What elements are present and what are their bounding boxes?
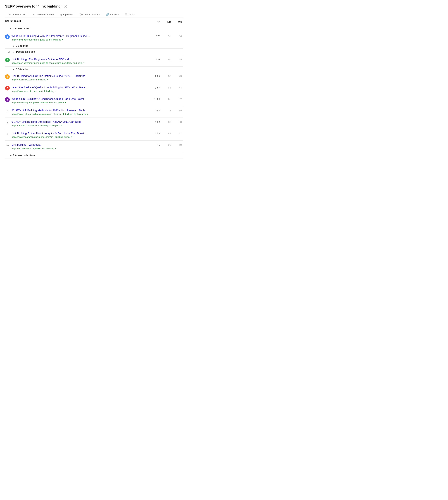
rank-badge-4: 4 xyxy=(5,74,10,79)
ur-value-9: 41 xyxy=(172,131,183,135)
result-title-4[interactable]: Link Building for SEO: The Definitive Gu… xyxy=(12,74,147,78)
result-url-5[interactable]: https://www.wordstream.com/link-building… xyxy=(12,90,147,93)
result-title-10[interactable]: Link building - Wikipedia xyxy=(12,143,147,147)
result-title-1[interactable]: What Is Link Building & Why Is It Import… xyxy=(12,34,147,38)
url-dropdown-icon[interactable]: ▼ xyxy=(55,147,57,149)
url-dropdown-icon[interactable]: ▼ xyxy=(71,136,73,138)
table-row: 5 Learn the Basics of Quality Link Build… xyxy=(5,83,183,95)
col-ur-header: UR xyxy=(172,19,183,23)
result-title-5[interactable]: Learn the Basics of Quality Link Buildin… xyxy=(12,85,147,89)
result-url-6[interactable]: https://www.pageonepower.com/link-buildi… xyxy=(12,101,147,104)
url-dropdown-icon[interactable]: ▼ xyxy=(62,39,64,41)
people-also-ask-label: People also ask xyxy=(16,50,35,53)
ar-value-7: 45K xyxy=(147,108,162,112)
dr-value-1: 91 xyxy=(162,34,172,38)
table-row: 9 Link Building Guide: How to Acquire & … xyxy=(5,129,183,141)
ur-value-4: 73 xyxy=(172,74,183,78)
table-row: 3 Link Building | The Beginner's Guide t… xyxy=(5,55,183,67)
url-dropdown-icon[interactable]: ▼ xyxy=(87,113,88,115)
tab-thumbnails[interactable]: 🖼 Thumb... xyxy=(122,12,140,18)
sitelinks-triangle-icon: ▶ xyxy=(13,68,14,70)
serp-table: Search result AR DR UR ▶ 4 Adwords top 1… xyxy=(5,18,183,159)
table-row: 8 9 EASY Link Building Strategies (That … xyxy=(5,118,183,129)
ar-value-1: 529 xyxy=(147,34,162,38)
dr-value-10: 95 xyxy=(162,143,172,146)
url-dropdown-icon[interactable]: ▼ xyxy=(60,125,62,126)
table-row: 10 Link building - Wikipedia https://en.… xyxy=(5,141,183,152)
result-url-1[interactable]: https://moz.com/beginners-guide-to-link-… xyxy=(12,38,147,41)
table-row: 6 What is Link Building? A Beginner's Gu… xyxy=(5,95,183,106)
rank-badge-7: 7 xyxy=(5,109,10,113)
dr-value-4: 87 xyxy=(162,74,172,78)
dr-value-6: 65 xyxy=(162,97,172,100)
top-stories-icon: ▤ xyxy=(60,13,62,16)
rank-badge-1: 1 xyxy=(5,34,10,39)
ar-value-3: 529 xyxy=(147,57,162,61)
result-url-10[interactable]: https://en.wikipedia.org/wiki/Link_build… xyxy=(12,147,147,150)
ur-value-6: 32 xyxy=(172,97,183,100)
result-title-7[interactable]: 20 SEO Link Building Methods for 2020 - … xyxy=(12,108,147,112)
ar-value-6: 152K xyxy=(147,97,162,100)
people-also-ask-icon: ? xyxy=(80,13,83,16)
section-people-also-ask[interactable]: 2 ▶ People also ask xyxy=(5,48,183,55)
col-search-result: Search result xyxy=(5,19,147,23)
result-title-9[interactable]: Link Building Guide: How to Acquire & Ea… xyxy=(12,131,147,135)
col-dr-header: DR xyxy=(162,19,172,23)
rank-badge-6: 6 xyxy=(5,97,10,102)
adwords-top-icon: Ad xyxy=(8,13,12,16)
url-dropdown-icon[interactable]: ▼ xyxy=(64,102,66,104)
url-dropdown-icon[interactable]: ▼ xyxy=(47,79,49,81)
result-title-6[interactable]: What is Link Building? A Beginner's Guid… xyxy=(12,97,147,101)
dr-value-3: 91 xyxy=(162,57,172,61)
ur-value-1: 56 xyxy=(172,34,183,38)
triangle-icon: ▶ xyxy=(10,28,12,30)
table-row: 4 Link Building for SEO: The Definitive … xyxy=(5,72,183,83)
result-title-8[interactable]: 9 EASY Link Building Strategies (That AN… xyxy=(12,120,147,124)
url-dropdown-icon[interactable]: ▼ xyxy=(83,62,85,64)
tab-adwords-bottom[interactable]: Ad Adwords bottom xyxy=(29,12,57,18)
result-url-8[interactable]: https://ahrefs.com/blog/link-building-st… xyxy=(12,124,147,127)
rank-badge-9: 9 xyxy=(5,132,10,136)
ur-value-3: 75 xyxy=(172,57,183,61)
section-adwords-top[interactable]: ▶ 4 Adwords top xyxy=(5,25,183,32)
section-adwords-bottom[interactable]: ▶ 3 Adwords bottom xyxy=(5,152,183,159)
ur-value-8: 38 xyxy=(172,120,183,124)
help-icon[interactable]: ? xyxy=(64,5,67,8)
sitelinks-icon: 🔗 xyxy=(106,13,109,16)
tab-adwords-top[interactable]: Ad Adwords top xyxy=(5,12,29,18)
adwords-bottom-icon: Ad xyxy=(32,13,36,16)
tab-top-stories[interactable]: ▤ Top stories xyxy=(57,12,77,18)
ur-value-10: 49 xyxy=(172,143,183,146)
rank-badge-10: 10 xyxy=(5,143,10,148)
tab-sitelinks[interactable]: 🔗 Sitelinks xyxy=(103,12,122,18)
url-dropdown-icon[interactable]: ▼ xyxy=(55,90,57,92)
sitelinks-row-1[interactable]: ▶ 3 Sitelinks xyxy=(5,43,183,48)
sitelinks-triangle-icon: ▶ xyxy=(13,45,14,47)
rank-badge-3: 3 xyxy=(5,58,10,62)
ur-value-5: 44 xyxy=(172,85,183,89)
dr-value-5: 89 xyxy=(162,85,172,89)
thumbnails-icon: 🖼 xyxy=(125,13,127,16)
ar-value-4: 2.6K xyxy=(147,74,162,78)
ar-value-10: 17 xyxy=(147,143,162,146)
result-url-7[interactable]: https://www.linkresearchtools.com/case-s… xyxy=(12,113,147,115)
result-title-3[interactable]: Link Building | The Beginner's Guide to … xyxy=(12,57,147,61)
table-row: 1 What Is Link Building & Why Is It Impo… xyxy=(5,32,183,43)
rank-badge-5: 5 xyxy=(5,86,10,91)
dr-value-8: 88 xyxy=(162,120,172,124)
triangle-icon-2: ▶ xyxy=(13,51,14,53)
result-url-4[interactable]: https://backlinko.com/link-building ▼ xyxy=(12,78,147,81)
ur-value-7: 39 xyxy=(172,108,183,112)
result-url-9[interactable]: https://www.searchenginejournal.com/link… xyxy=(12,136,147,138)
result-url-3[interactable]: https://moz.com/beginners-guide-to-seo/g… xyxy=(12,62,147,64)
rank-badge-8: 8 xyxy=(5,120,10,125)
dr-value-7: 73 xyxy=(162,108,172,112)
sitelinks-row-3[interactable]: ▶ 3 Sitelinks xyxy=(5,67,183,72)
ar-value-9: 1.5K xyxy=(147,131,162,135)
tab-people-also-ask[interactable]: ? People also ask xyxy=(77,12,103,18)
page-title: SERP overview for "link building" ? xyxy=(5,4,183,8)
ar-value-5: 1.6K xyxy=(147,85,162,89)
filter-tabs: Ad Adwords top Ad Adwords bottom ▤ Top s… xyxy=(5,12,183,18)
table-header: Search result AR DR UR xyxy=(5,18,183,25)
col-ar-header: AR xyxy=(147,19,162,23)
